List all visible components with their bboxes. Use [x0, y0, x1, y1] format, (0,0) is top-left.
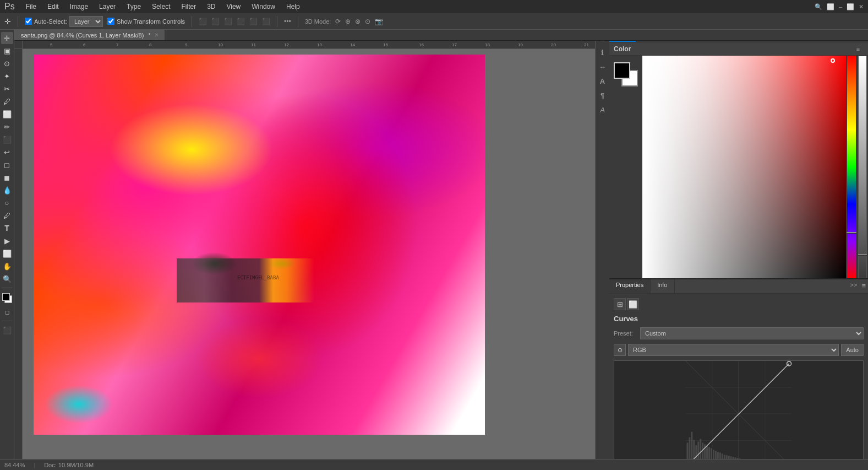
- eraser-btn[interactable]: ◻: [1, 159, 13, 171]
- magic-wand-btn[interactable]: ✦: [1, 70, 13, 82]
- quick-mask-btn[interactable]: ◻: [1, 306, 13, 318]
- channel-dropdown[interactable]: RGB Red Green Blue: [628, 344, 839, 356]
- glyph-side-icon[interactable]: A: [597, 104, 609, 116]
- toolbar-sep-3: [277, 16, 277, 27]
- pen-btn[interactable]: 🖊: [1, 209, 13, 222]
- color-panel-menu[interactable]: ≡: [853, 44, 864, 55]
- ruler-tick-17: 17: [452, 42, 457, 47]
- minimize-btn[interactable]: –: [839, 3, 842, 10]
- preset-dropdown[interactable]: Custom Default Strong Contrast: [640, 327, 864, 339]
- maximize-btn[interactable]: ⬜: [847, 3, 854, 10]
- fg-color-swatch[interactable]: [2, 293, 10, 301]
- tool-divider: [2, 288, 13, 288]
- ruler-tick-9: 9: [185, 42, 187, 47]
- color-spectrum-area[interactable]: [642, 56, 846, 278]
- rectangular-marquee-btn[interactable]: ▣: [1, 45, 13, 57]
- align-right-icon[interactable]: ⬛: [224, 18, 232, 25]
- ruler-tick-20: 20: [551, 42, 556, 47]
- ruler-horizontal: 5 6 7 8 9 10 11 12 13 14 15 16 17 18 19 …: [23, 41, 609, 49]
- watermark-text: ECTFINGEL_BABA: [237, 275, 279, 280]
- clone-stamp-btn[interactable]: ⬛: [1, 133, 13, 145]
- properties-panel: Properties Info >> ≡ ⊞ ⬜ Curves Preset: …: [609, 279, 868, 470]
- expand-panel-btn[interactable]: >>: [848, 279, 860, 293]
- menu-filter[interactable]: Filter: [177, 2, 200, 12]
- document-tab-close[interactable]: ×: [155, 32, 159, 38]
- zoom-level: 84.44%: [4, 462, 25, 468]
- hue-slider-thumb[interactable]: [846, 232, 857, 234]
- more-options-btn[interactable]: •••: [284, 18, 291, 25]
- curves-content: ⊞ ⬜ Curves Preset: Custom Default Strong…: [609, 294, 868, 470]
- adjust-side-icon[interactable]: ↔: [597, 61, 609, 73]
- menu-select[interactable]: Select: [148, 2, 174, 12]
- text-side-icon[interactable]: A: [597, 75, 609, 87]
- gradient-btn[interactable]: ◼: [1, 171, 13, 183]
- blur-btn[interactable]: 💧: [1, 184, 13, 196]
- search-btn[interactable]: 🔍: [815, 3, 822, 10]
- healing-brush-btn[interactable]: ⬜: [1, 108, 13, 120]
- auto-button[interactable]: Auto: [841, 344, 864, 356]
- menu-layer[interactable]: Layer: [95, 2, 120, 12]
- shape-btn[interactable]: ⬜: [1, 247, 13, 260]
- color-gradient-bg[interactable]: [642, 56, 846, 278]
- align-bottom-icon[interactable]: ⬛: [262, 18, 270, 25]
- para-side-icon[interactable]: ¶: [597, 89, 609, 101]
- dodge-btn[interactable]: ○: [1, 197, 13, 209]
- crop-btn[interactable]: ✂: [1, 83, 13, 95]
- align-left-icon[interactable]: ⬛: [199, 18, 207, 25]
- align-top-icon[interactable]: ⬛: [237, 18, 245, 25]
- 3d-camera-icon[interactable]: 📷: [375, 18, 383, 25]
- 3d-zoom-icon[interactable]: ⊗: [355, 18, 361, 25]
- eyedropper-btn[interactable]: 🖊: [1, 95, 13, 107]
- menu-view[interactable]: View: [222, 2, 245, 12]
- menu-edit[interactable]: Edit: [43, 2, 63, 12]
- curves-title: Curves: [614, 315, 864, 323]
- info-tab[interactable]: Info: [651, 279, 674, 293]
- path-selection-btn[interactable]: ▶: [1, 235, 13, 247]
- 3d-orbit-icon[interactable]: ⊙: [365, 18, 370, 25]
- type-btn[interactable]: T: [1, 222, 13, 234]
- close-btn[interactable]: ✕: [859, 3, 864, 10]
- auto-select-dropdown[interactable]: Layer Group: [69, 16, 103, 27]
- menu-file[interactable]: File: [21, 2, 41, 12]
- move-tool-icon[interactable]: ✛: [4, 17, 11, 26]
- curves-grid-icon[interactable]: ⊞: [614, 298, 626, 310]
- ruler-tick-21: 21: [584, 42, 589, 47]
- alpha-slider-thumb[interactable]: [858, 254, 867, 256]
- curves-graph[interactable]: [614, 360, 864, 468]
- ruler-tick-16: 16: [419, 42, 424, 47]
- curves-point-tool[interactable]: ⊙: [614, 344, 626, 356]
- auto-select-checkbox[interactable]: [25, 18, 32, 25]
- arrange-btn[interactable]: ⬜: [827, 3, 834, 10]
- zoom-btn[interactable]: 🔍: [1, 273, 13, 285]
- document-tab[interactable]: santa.png @ 84.4% (Curves 1, Layer Mask/…: [14, 30, 165, 40]
- properties-tab[interactable]: Properties: [609, 279, 651, 293]
- 3d-pan-icon[interactable]: ⊕: [345, 18, 351, 25]
- info-side-icon[interactable]: ℹ: [597, 46, 609, 58]
- lasso-btn[interactable]: ⊙: [1, 57, 13, 69]
- canvas-image-area[interactable]: ECTFINGEL_BABA: [23, 49, 609, 459]
- history-brush-btn[interactable]: ↩: [1, 146, 13, 158]
- menu-3d[interactable]: 3D: [203, 2, 220, 12]
- document-tab-modified: *: [148, 32, 150, 39]
- 3d-mode-label: 3D Mode:: [305, 18, 331, 25]
- align-center-v-icon[interactable]: ⬛: [249, 18, 258, 25]
- menu-type[interactable]: Type: [122, 2, 145, 12]
- hue-slider-bar[interactable]: [847, 56, 856, 278]
- alpha-slider-bar[interactable]: [858, 56, 867, 278]
- artwork-layer-2: [34, 55, 485, 435]
- menu-help[interactable]: Help: [282, 2, 304, 12]
- ruler-tick-6: 6: [83, 42, 85, 47]
- align-center-h-icon[interactable]: ⬛: [211, 18, 220, 25]
- properties-menu-btn[interactable]: ≡: [859, 279, 868, 293]
- hand-btn[interactable]: ✋: [1, 260, 13, 272]
- menu-image[interactable]: Image: [65, 2, 92, 12]
- fg-color-picker-swatch[interactable]: [614, 62, 630, 79]
- curves-mask-icon[interactable]: ⬜: [627, 298, 639, 310]
- brush-btn[interactable]: ✏: [1, 121, 13, 133]
- menu-window[interactable]: Window: [247, 2, 280, 12]
- toolbar-sep-2: [192, 16, 192, 27]
- screen-mode-btn[interactable]: ⬛: [1, 324, 13, 336]
- move-tool-btn[interactable]: ✛: [1, 32, 13, 44]
- 3d-rotate-icon[interactable]: ⟳: [335, 18, 341, 25]
- transform-checkbox[interactable]: [107, 18, 114, 25]
